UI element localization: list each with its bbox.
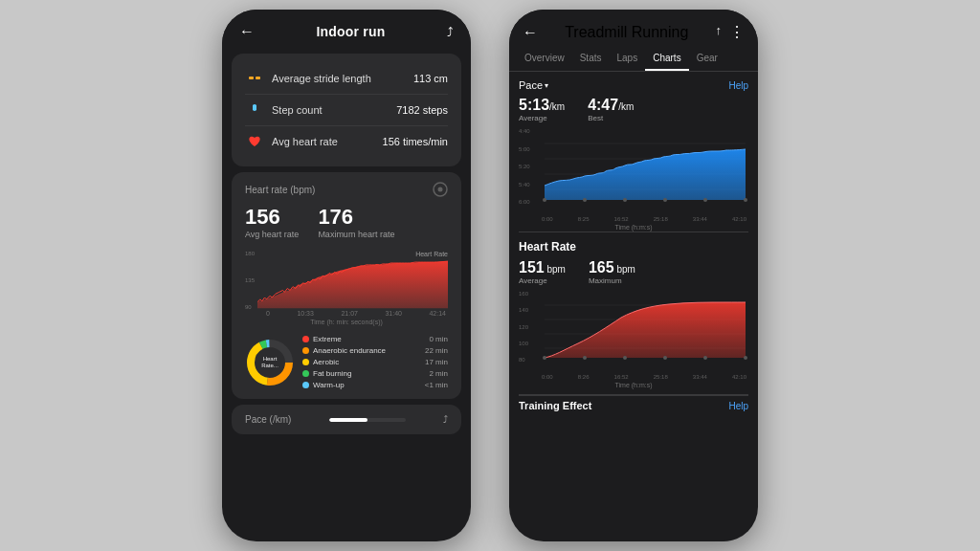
hr-y-l0: 160 bbox=[519, 291, 540, 297]
hr-y-min: 90 bbox=[245, 304, 255, 310]
zone-warmup: Warm-up <1 min bbox=[302, 381, 448, 389]
svg-point-23 bbox=[543, 356, 546, 360]
max-hr-big: 176 bbox=[318, 205, 394, 230]
zone-dot-fat bbox=[302, 370, 309, 377]
right-phone: ← Treadmill Running ↑ ⋮ Overview Stats L… bbox=[509, 10, 758, 541]
pace-best-unit: /km bbox=[618, 101, 634, 112]
training-help-btn[interactable]: Help bbox=[728, 401, 748, 411]
pace-y-3: 5:40 bbox=[519, 182, 540, 187]
zone-aerobic: Aerobic 17 min bbox=[302, 358, 448, 366]
training-effect-label: Training Effect bbox=[519, 400, 591, 411]
tab-stats[interactable]: Stats bbox=[572, 47, 610, 71]
pace-help-btn[interactable]: Help bbox=[728, 80, 748, 91]
pace-avg-label: Average bbox=[519, 114, 565, 122]
pace-avg-value: 5:13 bbox=[519, 97, 549, 113]
tab-laps[interactable]: Laps bbox=[609, 47, 645, 71]
hr-avg-value2: 151 bbox=[519, 259, 545, 276]
hr-card-header: Heart rate (bpm) bbox=[245, 182, 448, 197]
avg-hr-stat-label: Avg heart rate bbox=[245, 230, 299, 239]
hr-settings-icon[interactable] bbox=[433, 182, 448, 197]
svg-point-26 bbox=[663, 356, 667, 360]
hr-chart-area: Heart Rate 180 135 90 bbox=[245, 251, 448, 327]
svg-rect-0 bbox=[249, 77, 254, 79]
max-hr-stat: 176 Maximum heart rate bbox=[318, 205, 394, 239]
stride-value: 113 cm bbox=[413, 73, 448, 84]
pace-arrow[interactable]: ⤴ bbox=[443, 414, 448, 425]
pace-bar bbox=[329, 418, 406, 422]
hr-y-l2: 120 bbox=[519, 324, 540, 330]
step-label: Step count bbox=[272, 104, 323, 116]
training-effect-row: Training Effect Help bbox=[519, 400, 748, 411]
pace-y-0: 4:40 bbox=[519, 128, 540, 134]
tab-overview[interactable]: Overview bbox=[517, 47, 572, 71]
hr-x-labels: 0 10:33 21:07 31:40 42:14 bbox=[245, 310, 448, 317]
hr-max-stat2: 165 bpm Maximum bbox=[589, 259, 635, 285]
svg-point-28 bbox=[744, 356, 747, 360]
svg-point-16 bbox=[663, 198, 667, 202]
svg-point-14 bbox=[583, 198, 587, 202]
step-icon bbox=[245, 100, 264, 120]
back-icon-right[interactable]: ← bbox=[523, 24, 538, 41]
max-hr-stat-label: Maximum heart rate bbox=[318, 230, 394, 239]
hr-donut: HeartRate... bbox=[245, 338, 295, 387]
left-phone-scroll[interactable]: Average stride length 113 cm Step count … bbox=[222, 48, 471, 541]
svg-point-18 bbox=[744, 198, 747, 202]
hr-stats-row: 151 bpm Average 165 bpm Maximum bbox=[519, 259, 748, 285]
stats-card: Average stride length 113 cm Step count … bbox=[232, 54, 461, 166]
step-value: 7182 steps bbox=[396, 104, 448, 116]
hr-x-labels2: 0:00 8:26 16:52 25:18 33:44 42:10 bbox=[519, 374, 748, 380]
pace-y-1: 5:00 bbox=[519, 146, 540, 152]
hr-card-title: Heart rate (bpm) bbox=[245, 185, 315, 195]
pace-y-2: 5:20 bbox=[519, 164, 540, 169]
pace-bar-fill bbox=[329, 418, 368, 422]
zone-fat: Fat burning 2 min bbox=[302, 369, 448, 378]
pace-bottom-label: Pace (/km) bbox=[245, 414, 291, 425]
hr-chart-svg bbox=[257, 251, 448, 310]
hr-avg-label2: Average bbox=[519, 276, 566, 285]
back-icon-left[interactable]: ← bbox=[239, 23, 255, 40]
pace-avg-stat: 5:13/km Average bbox=[519, 97, 565, 122]
pace-avg-unit: /km bbox=[549, 101, 565, 112]
right-phone-header: ← Treadmill Running ↑ ⋮ bbox=[509, 10, 758, 47]
hr-max-unit2: bpm bbox=[614, 264, 635, 275]
pace-dropdown[interactable]: Pace ▾ bbox=[519, 79, 548, 91]
hr-y-max: 180 bbox=[245, 251, 255, 256]
hr-stats: 156 Avg heart rate 176 Maximum heart rat… bbox=[245, 205, 448, 239]
pace-section-header: Pace ▾ Help bbox=[519, 79, 748, 91]
hr-zones: HeartRate... Extreme 0 min Anaerobic en bbox=[245, 335, 448, 389]
zone-dot-aerobic bbox=[302, 359, 309, 365]
pace-x-labels: 0:00 8:25 16:52 25:18 33:44 42:10 bbox=[519, 216, 748, 222]
pace-best-stat: 4:47/km Best bbox=[588, 97, 634, 122]
hr-y-l4: 80 bbox=[519, 357, 540, 363]
tabs-row: Overview Stats Laps Charts Gear bbox=[509, 47, 758, 72]
hr-time-axis: Time (h: min: second(s)) bbox=[245, 319, 448, 325]
pace-y-4: 6:00 bbox=[519, 199, 540, 205]
tab-charts[interactable]: Charts bbox=[645, 47, 688, 71]
zone-anaerobic: Anaerobic endurance 22 min bbox=[302, 346, 448, 355]
hr-max-value2: 165 bbox=[589, 259, 614, 276]
right-phone-scroll[interactable]: Pace ▾ Help 5:13/km Average 4:47/km Best… bbox=[509, 72, 758, 541]
pace-bottom-card[interactable]: Pace (/km) ⤴ bbox=[232, 405, 461, 434]
hr-y-l3: 100 bbox=[519, 341, 540, 346]
tab-gear[interactable]: Gear bbox=[689, 47, 725, 71]
hr-chart-area2: 160 140 120 100 80 bbox=[519, 291, 748, 386]
share-icon[interactable]: ↑ bbox=[716, 23, 723, 41]
hr-card: Heart rate (bpm) 156 Avg heart rate 176 … bbox=[232, 172, 461, 399]
training-effect-divider bbox=[519, 394, 748, 396]
hr-time-axis2: Time (h:m:s) bbox=[519, 382, 748, 388]
heart-icon-left bbox=[245, 132, 264, 151]
svg-point-13 bbox=[543, 198, 546, 202]
hr-y-l1: 140 bbox=[519, 307, 540, 313]
route-icon[interactable]: ⤴ bbox=[447, 25, 454, 39]
pace-time-axis: Time (h:m:s) bbox=[519, 224, 748, 231]
hr-section-title: Heart Rate bbox=[519, 240, 748, 253]
avg-hr-stat: 156 Avg heart rate bbox=[245, 205, 299, 239]
more-icon[interactable]: ⋮ bbox=[729, 23, 745, 41]
hr-chart-svg2 bbox=[542, 291, 748, 363]
left-phone-title: Indoor run bbox=[317, 24, 386, 39]
zone-dot-extreme bbox=[302, 336, 309, 342]
chevron-down-icon: ▾ bbox=[545, 81, 548, 90]
stat-row-step: Step count 7182 steps bbox=[245, 95, 448, 126]
zones-list: Extreme 0 min Anaerobic endurance 22 min bbox=[302, 335, 448, 389]
section-divider bbox=[519, 231, 748, 232]
